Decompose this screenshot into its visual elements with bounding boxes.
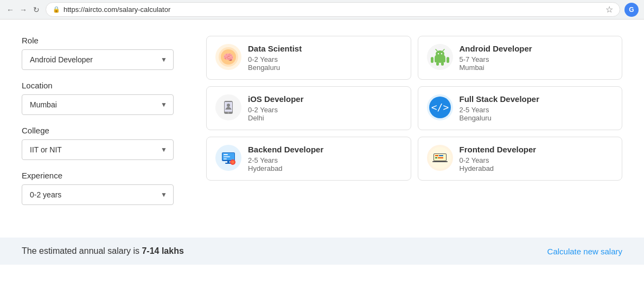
salary-text: The estimated annual salary is 7-14 lakh… [22,246,184,256]
experience-select[interactable]: 0-2 years 2-5 years 5-7 years 7+ years [22,184,174,205]
svg-rect-13 [436,62,439,66]
fullstack-icon: </> [427,94,453,120]
card-fullstack-developer-location: Bengaluru [460,114,614,122]
svg-rect-5 [435,58,445,62]
android-icon [427,44,453,70]
location-select-wrapper: Mumbai Bengaluru Delhi Hyderabad Pune ▼ [22,94,174,115]
browser-bar: ← → ↻ 🔒 https://aircto.com/salary-calcul… [0,0,644,20]
calculate-new-salary-link[interactable]: Calculate new salary [547,247,622,256]
svg-rect-25 [224,154,228,155]
card-backend-developer-years: 2-5 Years [248,156,402,164]
card-data-scientist-years: 0-2 Years [248,55,402,63]
card-ios-developer-location: Delhi [248,114,402,122]
svg-rect-39 [432,161,448,162]
role-label: Role [22,36,174,45]
frontend-icon [427,145,453,171]
ios-icon [215,94,241,120]
card-data-scientist[interactable]: 🧠 Data Scientist 0-2 Years Bengaluru [206,36,411,80]
card-backend-developer-title: Backend Developer [248,145,402,154]
main-content: Role Android Developer iOS Developer Dat… [0,20,644,232]
reload-button[interactable]: ↻ [31,5,41,15]
card-android-developer-title: Android Developer [460,44,614,53]
svg-point-18 [228,112,229,114]
card-data-scientist-location: Bengaluru [248,63,402,72]
back-button[interactable]: ← [5,5,15,15]
card-fullstack-developer-years: 2-5 Years [460,106,614,114]
svg-rect-27 [224,158,227,159]
svg-point-6 [436,50,444,57]
card-backend-developer-location: Hyderabad [248,164,402,172]
card-frontend-developer-title: Frontend Developer [460,145,614,154]
experience-field-group: Experience 0-2 years 2-5 years 5-7 years… [22,171,174,205]
experience-select-wrapper: 0-2 years 2-5 years 5-7 years 7+ years ▼ [22,184,174,205]
left-panel: Role Android Developer iOS Developer Dat… [22,36,174,216]
card-ios-developer-title: iOS Developer [248,94,402,104]
forward-button[interactable]: → [18,5,28,15]
card-fullstack-developer-info: Full Stack Developer 2-5 Years Bengaluru [460,94,614,122]
card-data-scientist-info: Data Scientist 0-2 Years Bengaluru [248,44,402,72]
role-field-group: Role Android Developer iOS Developer Dat… [22,36,174,70]
location-label: Location [22,81,174,90]
svg-rect-11 [431,57,433,63]
svg-text:</>: </> [431,101,449,113]
address-bar[interactable]: 🔒 https://aircto.com/salary-calculator ☆ [46,2,620,17]
college-select-wrapper: IIT or NIT Other ▼ [22,139,174,160]
svg-rect-14 [441,62,444,66]
card-frontend-developer-years: 0-2 Years [460,156,614,164]
experience-label: Experience [22,171,174,180]
backend-icon [215,145,241,171]
card-data-scientist-title: Data Scientist [248,44,402,53]
svg-rect-35 [435,155,438,156]
card-frontend-developer-info: Frontend Developer 0-2 Years Hyderabad [460,145,614,172]
card-backend-developer-info: Backend Developer 2-5 Years Hyderabad [248,145,402,172]
card-backend-developer[interactable]: Backend Developer 2-5 Years Hyderabad [206,137,411,181]
svg-rect-12 [447,57,449,63]
cards-grid: 🧠 Data Scientist 0-2 Years Bengaluru [206,36,622,216]
profile-avatar[interactable]: G [624,3,639,17]
svg-rect-36 [439,155,443,156]
college-field-group: College IIT or NIT Other ▼ [22,126,174,160]
data-scientist-icon: 🧠 [215,44,241,70]
card-frontend-developer[interactable]: Frontend Developer 0-2 Years Hyderabad [418,137,623,181]
svg-rect-38 [438,157,443,158]
role-select-wrapper: Android Developer iOS Developer Data Sci… [22,49,174,70]
svg-point-7 [437,53,438,54]
svg-rect-26 [224,156,230,157]
card-ios-developer-years: 0-2 Years [248,106,402,114]
card-ios-developer-info: iOS Developer 0-2 Years Delhi [248,94,402,122]
card-android-developer[interactable]: Android Developer 5-7 Years Mumbai [418,36,623,80]
card-android-developer-years: 5-7 Years [460,55,614,63]
card-android-developer-info: Android Developer 5-7 Years Mumbai [460,44,614,72]
svg-rect-37 [435,157,437,158]
svg-point-31 [231,161,234,164]
role-select[interactable]: Android Developer iOS Developer Data Sci… [22,49,174,70]
svg-point-8 [441,53,442,54]
card-fullstack-developer-title: Full Stack Developer [460,94,614,104]
bookmark-icon[interactable]: ☆ [605,4,613,15]
svg-text:🧠: 🧠 [223,52,234,62]
salary-amount: 7-14 lakhs [142,246,183,255]
card-android-developer-location: Mumbai [460,63,614,72]
card-fullstack-developer[interactable]: </> Full Stack Developer 2-5 Years Benga… [418,86,623,130]
college-select[interactable]: IIT or NIT Other [22,139,174,160]
location-select[interactable]: Mumbai Bengaluru Delhi Hyderabad Pune [22,94,174,115]
card-frontend-developer-location: Hyderabad [460,164,614,172]
url-text: https://aircto.com/salary-calculator [63,5,602,14]
svg-point-19 [227,104,230,107]
college-label: College [22,126,174,135]
nav-icons: ← → ↻ [5,5,41,15]
location-field-group: Location Mumbai Bengaluru Delhi Hyderaba… [22,81,174,115]
lock-icon: 🔒 [53,6,60,13]
bottom-bar: The estimated annual salary is 7-14 lakh… [0,238,644,265]
card-ios-developer[interactable]: iOS Developer 0-2 Years Delhi [206,86,411,130]
salary-text-before: The estimated annual salary is [22,246,142,255]
